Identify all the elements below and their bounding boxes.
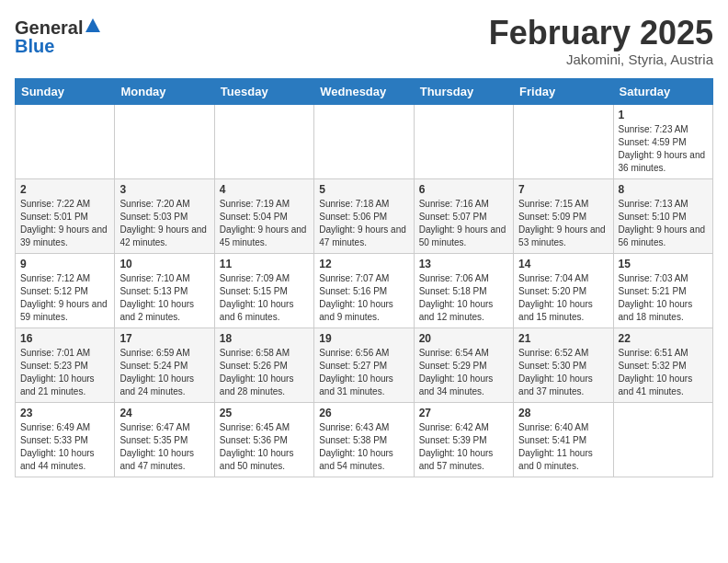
day-number: 8 (619, 183, 708, 196)
calendar-cell: 8Sunrise: 7:13 AM Sunset: 5:10 PM Daylig… (613, 178, 712, 253)
day-number: 19 (319, 332, 408, 345)
day-info: Sunrise: 6:40 AM Sunset: 5:41 PM Dayligh… (518, 422, 593, 471)
day-info: Sunrise: 6:43 AM Sunset: 5:38 PM Dayligh… (319, 422, 393, 471)
day-number: 3 (119, 183, 209, 196)
day-number: 6 (419, 183, 508, 196)
day-info: Sunrise: 6:45 AM Sunset: 5:36 PM Dayligh… (220, 422, 294, 471)
day-number: 13 (419, 258, 508, 270)
day-info: Sunrise: 7:03 AM Sunset: 5:21 PM Dayligh… (619, 273, 693, 322)
logo-triangle-icon (85, 17, 101, 34)
day-number: 11 (220, 258, 309, 270)
calendar-cell: 20Sunrise: 6:54 AM Sunset: 5:29 PM Dayli… (414, 327, 513, 402)
day-info: Sunrise: 7:20 AM Sunset: 5:03 PM Dayligh… (119, 199, 207, 247)
calendar-cell (613, 402, 712, 477)
calendar-cell: 23Sunrise: 6:49 AM Sunset: 5:33 PM Dayli… (16, 402, 115, 477)
logo-general-text: General (15, 18, 83, 37)
calendar-cell: 25Sunrise: 6:45 AM Sunset: 5:36 PM Dayli… (214, 402, 313, 477)
week-row-3: 9Sunrise: 7:12 AM Sunset: 5:12 PM Daylig… (16, 253, 713, 327)
calendar-cell: 27Sunrise: 6:42 AM Sunset: 5:39 PM Dayli… (414, 402, 513, 477)
day-number: 27 (419, 407, 508, 419)
day-info: Sunrise: 6:59 AM Sunset: 5:24 PM Dayligh… (119, 348, 194, 396)
day-number: 15 (619, 258, 708, 270)
day-info: Sunrise: 6:56 AM Sunset: 5:27 PM Dayligh… (319, 348, 393, 396)
page-header: General Blue February 2025 Jakomini, Sty… (15, 15, 713, 67)
calendar-cell (414, 104, 513, 178)
svg-marker-0 (85, 18, 100, 32)
calendar-cell (314, 104, 414, 178)
weekday-header-thursday: Thursday (414, 78, 513, 104)
day-info: Sunrise: 6:49 AM Sunset: 5:33 PM Dayligh… (20, 422, 95, 471)
week-row-5: 23Sunrise: 6:49 AM Sunset: 5:33 PM Dayli… (16, 402, 713, 477)
calendar-cell: 13Sunrise: 7:06 AM Sunset: 5:18 PM Dayli… (414, 253, 513, 327)
calendar-cell: 16Sunrise: 7:01 AM Sunset: 5:23 PM Dayli… (16, 327, 115, 402)
calendar-cell: 9Sunrise: 7:12 AM Sunset: 5:12 PM Daylig… (16, 253, 115, 327)
weekday-header-friday: Friday (514, 78, 613, 104)
day-number: 26 (319, 407, 408, 419)
day-number: 1 (619, 109, 708, 121)
day-number: 20 (419, 332, 508, 345)
calendar-cell: 22Sunrise: 6:51 AM Sunset: 5:32 PM Dayli… (613, 327, 712, 402)
calendar-cell: 12Sunrise: 7:07 AM Sunset: 5:16 PM Dayli… (314, 253, 414, 327)
weekday-header-monday: Monday (115, 78, 214, 104)
day-number: 21 (518, 332, 608, 345)
day-number: 28 (518, 407, 608, 419)
calendar-cell (514, 104, 613, 178)
calendar-cell: 11Sunrise: 7:09 AM Sunset: 5:15 PM Dayli… (214, 253, 313, 327)
day-number: 17 (119, 332, 209, 345)
day-number: 10 (119, 258, 209, 270)
month-title: February 2025 (489, 15, 713, 52)
calendar-cell (16, 104, 115, 178)
weekday-header-tuesday: Tuesday (214, 78, 313, 104)
day-number: 22 (619, 332, 708, 345)
day-number: 18 (220, 332, 309, 345)
day-info: Sunrise: 7:16 AM Sunset: 5:07 PM Dayligh… (419, 199, 506, 247)
calendar-cell (115, 104, 214, 178)
day-number: 2 (20, 183, 109, 196)
calendar-cell: 4Sunrise: 7:19 AM Sunset: 5:04 PM Daylig… (214, 178, 313, 253)
day-number: 4 (220, 183, 309, 196)
day-number: 12 (319, 258, 408, 270)
title-section: February 2025 Jakomini, Styria, Austria (489, 15, 713, 67)
day-info: Sunrise: 7:06 AM Sunset: 5:18 PM Dayligh… (419, 273, 494, 322)
day-info: Sunrise: 6:52 AM Sunset: 5:30 PM Dayligh… (518, 348, 593, 396)
calendar-cell: 2Sunrise: 7:22 AM Sunset: 5:01 PM Daylig… (16, 178, 115, 253)
day-info: Sunrise: 7:01 AM Sunset: 5:23 PM Dayligh… (20, 348, 95, 396)
week-row-4: 16Sunrise: 7:01 AM Sunset: 5:23 PM Dayli… (16, 327, 713, 402)
day-number: 14 (518, 258, 608, 270)
day-info: Sunrise: 7:09 AM Sunset: 5:15 PM Dayligh… (220, 273, 294, 322)
day-number: 24 (119, 407, 209, 419)
day-info: Sunrise: 7:13 AM Sunset: 5:10 PM Dayligh… (619, 199, 706, 247)
calendar-cell: 7Sunrise: 7:15 AM Sunset: 5:09 PM Daylig… (514, 178, 613, 253)
day-number: 7 (518, 183, 608, 196)
calendar-cell: 14Sunrise: 7:04 AM Sunset: 5:20 PM Dayli… (514, 253, 613, 327)
day-info: Sunrise: 7:07 AM Sunset: 5:16 PM Dayligh… (319, 273, 393, 322)
calendar-cell: 26Sunrise: 6:43 AM Sunset: 5:38 PM Dayli… (314, 402, 414, 477)
calendar-cell: 24Sunrise: 6:47 AM Sunset: 5:35 PM Dayli… (115, 402, 214, 477)
week-row-1: 1Sunrise: 7:23 AM Sunset: 4:59 PM Daylig… (16, 104, 713, 178)
day-number: 5 (319, 183, 408, 196)
week-row-2: 2Sunrise: 7:22 AM Sunset: 5:01 PM Daylig… (16, 178, 713, 253)
day-number: 23 (20, 407, 109, 419)
location-text: Jakomini, Styria, Austria (489, 52, 713, 67)
calendar-cell: 15Sunrise: 7:03 AM Sunset: 5:21 PM Dayli… (613, 253, 712, 327)
day-info: Sunrise: 7:10 AM Sunset: 5:13 PM Dayligh… (119, 273, 194, 322)
day-info: Sunrise: 7:23 AM Sunset: 4:59 PM Dayligh… (619, 124, 706, 173)
day-number: 9 (20, 258, 109, 270)
day-info: Sunrise: 7:04 AM Sunset: 5:20 PM Dayligh… (518, 273, 593, 322)
calendar-cell: 17Sunrise: 6:59 AM Sunset: 5:24 PM Dayli… (115, 327, 214, 402)
logo-blue-text: Blue (15, 37, 54, 55)
day-info: Sunrise: 7:19 AM Sunset: 5:04 PM Dayligh… (220, 199, 307, 247)
day-info: Sunrise: 7:12 AM Sunset: 5:12 PM Dayligh… (20, 273, 108, 322)
day-info: Sunrise: 7:22 AM Sunset: 5:01 PM Dayligh… (20, 199, 108, 247)
calendar-cell: 6Sunrise: 7:16 AM Sunset: 5:07 PM Daylig… (414, 178, 513, 253)
calendar-cell: 3Sunrise: 7:20 AM Sunset: 5:03 PM Daylig… (115, 178, 214, 253)
calendar-cell: 1Sunrise: 7:23 AM Sunset: 4:59 PM Daylig… (613, 104, 712, 178)
day-info: Sunrise: 6:58 AM Sunset: 5:26 PM Dayligh… (220, 348, 294, 396)
calendar-table: SundayMondayTuesdayWednesdayThursdayFrid… (15, 78, 713, 477)
day-info: Sunrise: 6:42 AM Sunset: 5:39 PM Dayligh… (419, 422, 494, 471)
weekday-header-saturday: Saturday (613, 78, 712, 104)
day-number: 16 (20, 332, 109, 345)
day-info: Sunrise: 6:54 AM Sunset: 5:29 PM Dayligh… (419, 348, 494, 396)
day-number: 25 (220, 407, 309, 419)
day-info: Sunrise: 6:47 AM Sunset: 5:35 PM Dayligh… (119, 422, 194, 471)
